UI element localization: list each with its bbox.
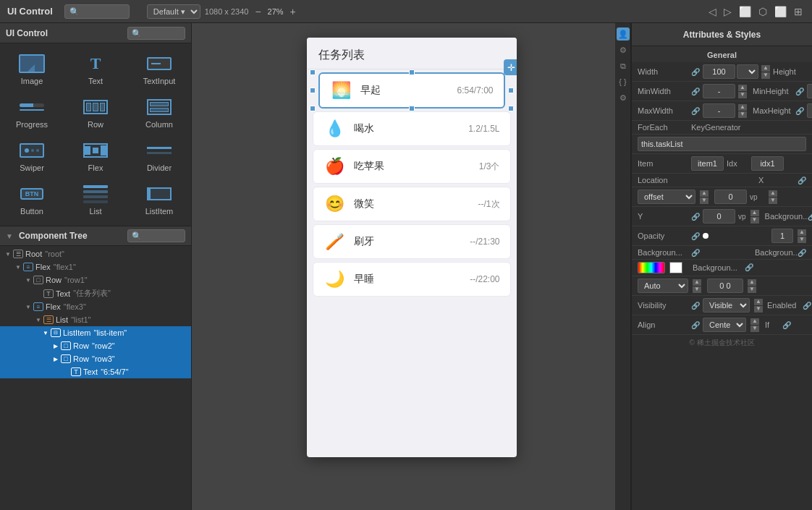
undo-button[interactable]: ◁ (706, 4, 719, 19)
tree-node-flex3[interactable]: ≡ Flex "flex3" (0, 300, 191, 313)
vis-down[interactable]: ▼ (754, 306, 763, 313)
task-item-4[interactable]: 🪥 刷牙 --/21:30 (313, 224, 511, 259)
device-button[interactable]: ⬜ (737, 4, 753, 19)
minwidth-input[interactable] (703, 84, 735, 98)
component-row[interactable]: Row (64, 91, 127, 135)
x-up[interactable]: ▲ (769, 190, 777, 197)
align-select[interactable]: Center Start End (703, 318, 746, 332)
align-down[interactable]: ▼ (750, 326, 759, 332)
task-item-2[interactable]: 🍎 吃苹果 1/3个 (313, 149, 511, 184)
opacity-input[interactable] (771, 229, 793, 243)
redo-button[interactable]: ▷ (722, 4, 734, 19)
link-if[interactable]: 🔗 (782, 321, 791, 329)
maxheight-input[interactable] (807, 103, 812, 118)
minwidth-up[interactable]: ▲ (738, 85, 747, 91)
task-item-0[interactable]: ✛ 🌅 早起 6:54/7:00 (318, 72, 505, 109)
task-item-1[interactable]: 💧 喝水 1.2/1.5L (313, 111, 511, 146)
color-gradient-bar[interactable] (638, 262, 665, 273)
opacity-down[interactable]: ▼ (798, 237, 806, 243)
x-down[interactable]: ▼ (769, 197, 777, 204)
tree-node-text2[interactable]: T Text "6:54/7" (0, 365, 191, 378)
component-divider[interactable]: Divider (127, 135, 191, 178)
y-down[interactable]: ▼ (750, 217, 759, 224)
task-item-3[interactable]: 😊 微笑 --/1次 (313, 187, 511, 221)
y-input[interactable] (703, 209, 735, 224)
align-up[interactable]: ▲ (750, 318, 759, 325)
link-enabled[interactable]: 🔗 (803, 302, 811, 310)
component-progress[interactable]: Progress (0, 91, 64, 135)
tree-node-list1[interactable]: ☰ List "list1" (0, 313, 191, 326)
tree-search-input[interactable] (127, 229, 185, 242)
tree-node-listitem1[interactable]: ⊟ ListItem "list-item" (0, 326, 191, 339)
link-width[interactable]: 🔗 (691, 68, 700, 76)
bg-00-down[interactable]: ▼ (748, 286, 756, 293)
bg-auto-up[interactable]: ▲ (693, 279, 701, 286)
opacity-up[interactable]: ▲ (798, 229, 806, 236)
opacity-slider[interactable] (703, 233, 769, 239)
link-maxwidth[interactable]: 🔗 (691, 107, 700, 115)
location-select[interactable]: offset position (638, 190, 695, 204)
settings-button[interactable]: ⊞ (792, 4, 805, 19)
bg-auto-down[interactable]: ▼ (693, 286, 701, 293)
maxwidth-input[interactable] (703, 103, 735, 118)
bg-00-up[interactable]: ▲ (748, 279, 756, 286)
layout-button[interactable]: ⬜ (772, 4, 789, 19)
zoom-in-button[interactable]: + (288, 6, 298, 17)
component-button[interactable]: BTN Button (0, 178, 64, 221)
component-column[interactable]: Column (127, 91, 191, 135)
visibility-select[interactable]: Visible Hidden (703, 298, 750, 313)
width-down[interactable]: ▼ (761, 72, 770, 79)
component-swiper[interactable]: Swiper (0, 135, 64, 178)
link-minheight[interactable]: 🔗 (795, 88, 804, 95)
maxwidth-down[interactable]: ▼ (738, 111, 747, 118)
width-up[interactable]: ▲ (761, 65, 770, 72)
component-flex[interactable]: Flex (64, 135, 127, 178)
preview-button[interactable]: ⬡ (756, 4, 769, 19)
y-up[interactable]: ▲ (750, 210, 759, 216)
bg-auto-select[interactable]: Auto (638, 279, 688, 293)
link-bg4[interactable]: 🔗 (745, 263, 753, 272)
zoom-out-button[interactable]: − (253, 6, 263, 17)
move-handle[interactable]: ✛ (504, 59, 517, 75)
location-down[interactable]: ▼ (700, 197, 709, 204)
link-bg[interactable]: 🔗 (808, 213, 812, 221)
link-bg2[interactable]: 🔗 (691, 249, 700, 257)
tree-node-row2[interactable]: □ Row "row2" (0, 339, 191, 352)
tree-node-row3[interactable]: □ Row "row3" (0, 352, 191, 365)
width-unit-select[interactable]: % vp (737, 64, 758, 79)
link-maxheight[interactable]: 🔗 (795, 107, 804, 115)
link-opacity[interactable]: 🔗 (691, 232, 700, 240)
link-visibility[interactable]: 🔗 (691, 302, 700, 310)
width-input[interactable] (703, 64, 735, 79)
link-align[interactable]: 🔗 (691, 321, 700, 329)
component-listitem[interactable]: ListItem (127, 178, 191, 221)
tree-node-row1[interactable]: □ Row "row1" (0, 273, 191, 286)
x-input[interactable] (714, 190, 747, 204)
color-swatch-white[interactable] (669, 262, 682, 273)
location-up[interactable]: ▲ (700, 190, 709, 197)
component-text[interactable]: T Text (64, 48, 127, 91)
canvas-area[interactable]: 任务列表 (192, 23, 631, 510)
tree-node-root[interactable]: ☰ Root "root" (0, 247, 191, 260)
foreach-input[interactable] (638, 137, 806, 151)
maxwidth-up[interactable]: ▲ (738, 104, 747, 111)
component-image[interactable]: Image (0, 48, 64, 91)
component-list[interactable]: List (64, 178, 127, 221)
tree-node-flex1[interactable]: ≡ Flex "flex1" (0, 260, 191, 273)
item-input[interactable] (691, 156, 724, 171)
idx-input[interactable] (751, 156, 784, 171)
tree-node-text1[interactable]: T Text "任务列表" (0, 286, 191, 300)
minheight-input[interactable] (807, 84, 812, 98)
component-textinput[interactable]: TextInput (127, 48, 191, 91)
link-location[interactable]: 🔗 (798, 177, 806, 184)
link-minwidth[interactable]: 🔗 (691, 88, 700, 95)
link-bg3[interactable]: 🔗 (798, 249, 806, 257)
vis-up[interactable]: ▲ (754, 299, 763, 305)
ui-search-input[interactable] (127, 27, 185, 40)
task-item-5[interactable]: 🌙 早睡 --/22:00 (313, 262, 511, 297)
minwidth-down[interactable]: ▼ (738, 92, 747, 98)
link-y[interactable]: 🔗 (691, 213, 700, 221)
bg-00-input[interactable] (707, 279, 743, 293)
preset-select[interactable]: Default ▾ (147, 4, 200, 19)
component-search-input[interactable] (64, 4, 130, 19)
